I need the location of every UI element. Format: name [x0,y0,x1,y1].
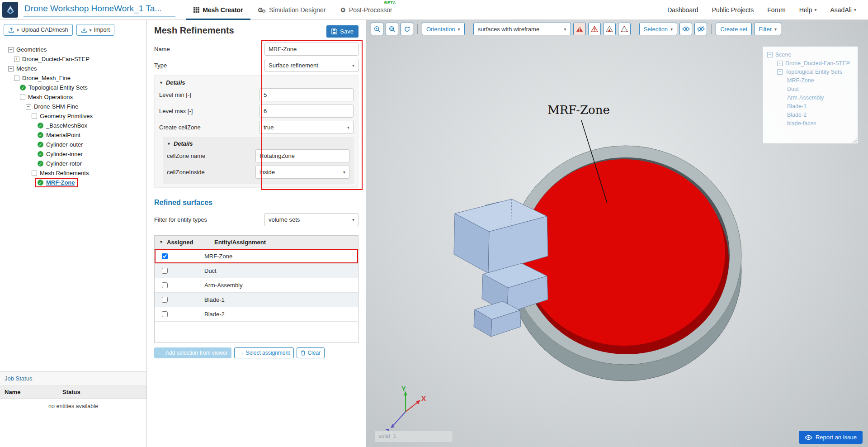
app-logo-icon[interactable] [2,2,18,18]
level-min-input[interactable] [259,88,354,101]
collapse-icon[interactable]: − [14,76,19,81]
scene-tree-item[interactable]: Blade-2 [765,110,855,119]
assigned-checkbox[interactable] [162,282,168,288]
resize-handle-icon[interactable] [851,137,857,143]
scene-tree-item[interactable]: MRF-Zone [765,76,855,85]
tree-item[interactable]: ✓ MRF-Zone [2,178,145,187]
assignment-name: Duct [204,267,217,274]
collapse-icon[interactable]: − [20,95,25,100]
report-issue-button[interactable]: Report an issue [799,431,863,444]
assigned-checkbox[interactable] [162,268,168,274]
assigned-checkbox[interactable] [162,297,168,303]
mrf-zone-disk[interactable] [523,159,725,346]
selection-button[interactable]: Selection ▾ [639,23,678,35]
check-icon: ✓ [38,142,43,147]
collapse-icon[interactable]: − [767,52,773,57]
collapse-icon[interactable]: − [32,114,37,119]
chevron-down-icon: ▾ [90,28,92,33]
assigned-checkbox[interactable] [162,253,168,259]
tree-item[interactable]: − Mesh Operations [2,92,145,102]
name-input[interactable] [264,43,359,56]
tree-item[interactable]: ✓ Topological Entity Sets [2,83,145,92]
viewer-3d[interactable]: Orientation ▾ surfaces with wireframe ▾ [366,20,868,447]
scene-tree-item[interactable]: − Scene [765,50,855,59]
nav-item[interactable]: Public Projects [712,6,754,14]
nav-item[interactable]: Forum [767,6,785,14]
zoom-window-button[interactable] [386,23,398,35]
nav-item[interactable]: AsadAli ▾ [830,6,857,14]
collapse-icon[interactable]: − [777,69,783,75]
entity-type-filter-select[interactable]: volume sets ▾ [264,213,359,226]
tree-item[interactable]: − Geometry Primitives [2,111,145,121]
import-button[interactable]: ▾ Import [76,24,114,36]
import-label: Import [94,27,110,33]
mesh-display-surface-button[interactable] [573,23,586,35]
save-button[interactable]: Save [326,25,359,38]
project-title[interactable]: Drone Workshop HomeWork_1 Ta... [24,3,175,17]
clear-button[interactable]: Clear [297,347,325,358]
tree-item-label: Drone_Ducted-Fan-STEP [22,56,90,62]
solid-name-field[interactable]: solid_1 [374,431,453,442]
assignment-row[interactable]: Arm-Assembly [155,278,358,293]
scene-tree-item[interactable]: Arm-Assembly [765,93,855,102]
assignment-row[interactable]: Blade-2 [155,307,358,322]
app-tab[interactable]: ⚙⚙ Simulation Designer [250,0,333,20]
tree-item[interactable]: − Drone-SHM-Fine [2,102,145,111]
collapse-icon[interactable]: − [8,47,14,52]
assignment-row[interactable]: Blade-1 [155,293,358,307]
mesh-display-outline-button[interactable] [603,23,616,35]
scene-tree-item[interactable]: blade-faces [765,119,855,128]
tree-item[interactable]: − Meshes [2,64,145,73]
mesh-triangle-icon [621,26,628,32]
create-cellzone-select[interactable]: true ▾ [259,121,354,134]
details-header[interactable]: ▼ Details [159,79,354,86]
scene-tree-item[interactable]: Blade-1 [765,102,855,110]
tree-item[interactable]: ✓ Cylinder-inner [2,149,145,159]
assignment-row[interactable]: Duct [155,264,358,278]
collapse-icon[interactable]: − [8,66,14,71]
cellzone-name-label: cellZone name [167,152,255,159]
assignment-row[interactable]: MRF-Zone [155,249,358,264]
scene-tree-item[interactable]: Duct [765,85,855,93]
expand-icon[interactable]: + [777,61,783,66]
collapse-icon[interactable]: − [26,104,31,109]
scene-tree-item[interactable]: + Drone_Ducted-Fan-STEP [765,59,855,67]
hide-selection-button[interactable] [694,23,707,35]
filter-button[interactable]: Filter ▾ [754,23,781,35]
tree-item[interactable]: − Geometries [2,45,145,54]
reset-view-button[interactable] [401,23,413,35]
type-select[interactable]: Surface refinement ▾ [264,59,359,72]
app-tab[interactable]: Mesh Creator [186,0,250,20]
expand-icon[interactable]: + [14,57,19,62]
cellzone-inside-select[interactable]: inside ▾ [255,166,349,179]
tree-item[interactable]: + Drone_Ducted-Fan-STEP [2,54,145,64]
tree-item[interactable]: − Mesh Refinements [2,168,145,178]
upload-cad-button[interactable]: ▾ Upload CAD/mesh [4,24,73,36]
mesh-display-wireframe-button[interactable] [588,23,601,35]
level-max-input[interactable] [259,105,354,118]
cellzone-name-input[interactable] [255,149,349,162]
details-header[interactable]: ▼ Details [167,140,349,147]
collapse-caret-icon[interactable]: ▼ [159,240,163,244]
tree-item[interactable]: ✓ Cylinder-outer [2,140,145,149]
top-nav: Dashboard Public Projects Forum Help ▾ A… [667,6,856,14]
create-set-button[interactable]: Create set [716,23,752,35]
zoom-in-button[interactable] [371,23,383,35]
show-selection-button[interactable] [679,23,692,35]
orientation-button[interactable]: Orientation ▾ [422,23,465,35]
render-mode-select[interactable]: surfaces with wireframe ▾ [473,23,571,35]
tree-item[interactable]: ✓ _BaseMeshBox [2,121,145,130]
tree-item[interactable]: ✓ Cylinder-rotor [2,159,145,168]
scene-tree-item[interactable]: − Topological Entity Sets [765,67,855,76]
app-tab[interactable]: BETA ⚙ Post-Processor [333,0,399,20]
tree-item[interactable]: − Drone_Mesh_Fine [2,73,145,83]
nav-item[interactable]: Dashboard [667,6,698,14]
mesh-display-points-button[interactable] [618,23,631,35]
nav-item[interactable]: Help ▾ [799,6,817,14]
tree-item[interactable]: ✓ MaterialPoint [2,130,145,140]
add-selection-button[interactable]: ← Add selection from viewer [154,347,231,358]
collapse-icon[interactable]: − [32,171,37,176]
assigned-checkbox[interactable] [162,311,168,317]
mesh-triangle-icon [576,26,583,32]
select-assignment-button[interactable]: → Select assignment [234,347,294,358]
